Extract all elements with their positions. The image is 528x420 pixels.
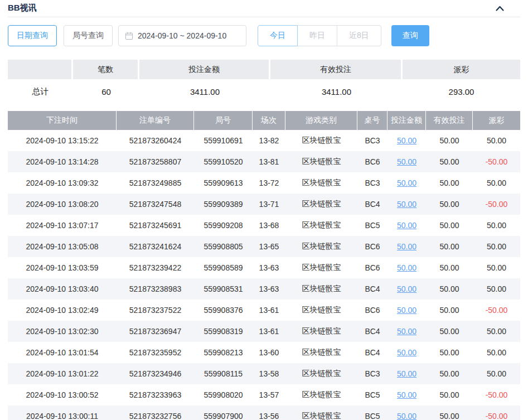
table-number: BC4 (357, 342, 387, 363)
game-type: 区块链骰宝 (285, 215, 357, 236)
table-number: BC3 (357, 130, 387, 151)
bet-amount-link[interactable]: 50.00 (397, 284, 416, 293)
calendar-icon (125, 32, 133, 40)
round-query-button[interactable]: 局号查询 (64, 25, 113, 46)
bet-amount: 50.00 (387, 363, 426, 384)
table-row: 2024-09-10 13:15:22 521873260424 5599106… (8, 130, 520, 151)
records-header-row: 下注时间 注单编号 局号 场次 游戏类别 桌号 投注金额 有效投注 派彩 (8, 111, 520, 130)
valid-bet: 50.00 (426, 215, 473, 236)
session: 13-82 (253, 130, 285, 151)
table-number: BC5 (357, 405, 387, 420)
bet-amount-link[interactable]: 50.00 (397, 200, 416, 209)
valid-bet: 50.00 (426, 300, 473, 321)
round-number: 559909208 (194, 215, 253, 236)
session: 13-58 (253, 363, 285, 384)
table-row: 2024-09-10 13:00:52 521873233963 5599080… (8, 384, 520, 405)
payout: 50.00 (473, 236, 520, 257)
payout: -50.00 (473, 384, 520, 405)
bet-amount-link[interactable]: 50.00 (397, 242, 416, 251)
round-number: 559910520 (194, 151, 253, 172)
session: 13-71 (253, 194, 285, 215)
table-number: BC3 (357, 172, 387, 194)
col-round-number: 局号 (194, 111, 253, 130)
order-number: 521873249885 (117, 172, 194, 194)
session: 13-63 (253, 278, 285, 300)
date-query-button[interactable]: 日期查询 (8, 25, 57, 46)
payout: 50.00 (473, 172, 520, 194)
round-number: 559909613 (194, 172, 253, 194)
payout: 50.00 (473, 278, 520, 300)
search-button[interactable]: 查询 (391, 25, 429, 46)
records-table: 下注时间 注单编号 局号 场次 游戏类别 桌号 投注金额 有效投注 派彩 202… (8, 111, 520, 420)
bet-amount: 50.00 (387, 342, 426, 363)
bet-time: 2024-09-10 13:03:40 (8, 278, 117, 300)
table-number: BC6 (357, 236, 387, 257)
bet-amount-link[interactable]: 50.00 (397, 136, 416, 145)
valid-bet: 50.00 (426, 151, 473, 172)
session: 13-60 (253, 342, 285, 363)
col-payout: 派彩 (473, 111, 520, 130)
bet-amount-link[interactable]: 50.00 (397, 306, 416, 315)
bet-amount-link[interactable]: 50.00 (397, 178, 416, 187)
bet-time: 2024-09-10 13:08:20 (8, 194, 117, 215)
order-number: 521873237522 (117, 300, 194, 321)
order-number: 521873260424 (117, 130, 194, 151)
payout: 50.00 (473, 321, 520, 342)
payout: -50.00 (473, 194, 520, 215)
yesterday-button[interactable]: 昨日 (297, 25, 337, 46)
game-type: 区块链骰宝 (285, 384, 357, 405)
game-type: 区块链骰宝 (285, 321, 357, 342)
order-number: 521873236947 (117, 321, 194, 342)
bet-amount-link[interactable]: 50.00 (397, 327, 416, 336)
summary-total-bet-amount: 3411.00 (139, 79, 270, 104)
bet-amount: 50.00 (387, 172, 426, 194)
today-button[interactable]: 今日 (258, 25, 298, 46)
round-number: 559910691 (194, 130, 253, 151)
collapse-button[interactable] (495, 5, 505, 12)
summary-total-payout: 293.00 (403, 79, 520, 104)
payout: -50.00 (473, 300, 520, 321)
valid-bet: 50.00 (426, 405, 473, 420)
summary-col-payout: 派彩 (403, 60, 520, 79)
panel-header: BB视讯 (8, 1, 520, 17)
bet-amount-link[interactable]: 50.00 (397, 263, 416, 272)
table-row: 2024-09-10 13:08:20 521873247548 5599093… (8, 194, 520, 215)
order-number: 521873245691 (117, 215, 194, 236)
game-type: 区块链骰宝 (285, 257, 357, 278)
table-number: BC4 (357, 321, 387, 342)
bet-amount: 50.00 (387, 300, 426, 321)
game-type: 区块链骰宝 (285, 300, 357, 321)
last-8-days-button[interactable]: 近8日 (337, 25, 381, 46)
table-number: BC6 (357, 300, 387, 321)
table-number: BC5 (357, 384, 387, 405)
col-table-number: 桌号 (357, 111, 387, 130)
order-number: 521873258807 (117, 151, 194, 172)
bet-amount-link[interactable]: 50.00 (397, 157, 416, 166)
date-range-value: 2024-09-10 ~ 2024-09-10 (138, 31, 226, 40)
table-row: 2024-09-10 13:03:40 521873238983 5599085… (8, 278, 520, 300)
col-game-type: 游戏类别 (285, 111, 357, 130)
bet-time: 2024-09-10 13:14:28 (8, 151, 117, 172)
col-valid-bet: 有效投注 (426, 111, 473, 130)
bet-amount-link[interactable]: 50.00 (397, 390, 416, 399)
order-number: 521873235952 (117, 342, 194, 363)
game-type: 区块链骰宝 (285, 130, 357, 151)
table-row: 2024-09-10 13:03:59 521873239422 5599085… (8, 257, 520, 278)
round-number: 559909389 (194, 194, 253, 215)
valid-bet: 50.00 (426, 278, 473, 300)
summary-total-row: 总计 60 3411.00 3411.00 293.00 (8, 79, 520, 104)
valid-bet: 50.00 (426, 236, 473, 257)
bet-time: 2024-09-10 13:00:11 (8, 405, 117, 420)
valid-bet: 50.00 (426, 257, 473, 278)
bet-amount-link[interactable]: 50.00 (397, 412, 416, 420)
bet-amount: 50.00 (387, 236, 426, 257)
summary-total-count: 60 (73, 79, 139, 104)
date-range-input[interactable]: 2024-09-10 ~ 2024-09-10 (118, 25, 246, 46)
bet-amount-link[interactable]: 50.00 (397, 221, 416, 230)
session: 13-81 (253, 151, 285, 172)
bet-amount: 50.00 (387, 405, 426, 420)
bet-amount-link[interactable]: 50.00 (397, 348, 416, 357)
bet-amount: 50.00 (387, 321, 426, 342)
bet-time: 2024-09-10 13:01:22 (8, 363, 117, 384)
bet-amount-link[interactable]: 50.00 (397, 369, 416, 378)
